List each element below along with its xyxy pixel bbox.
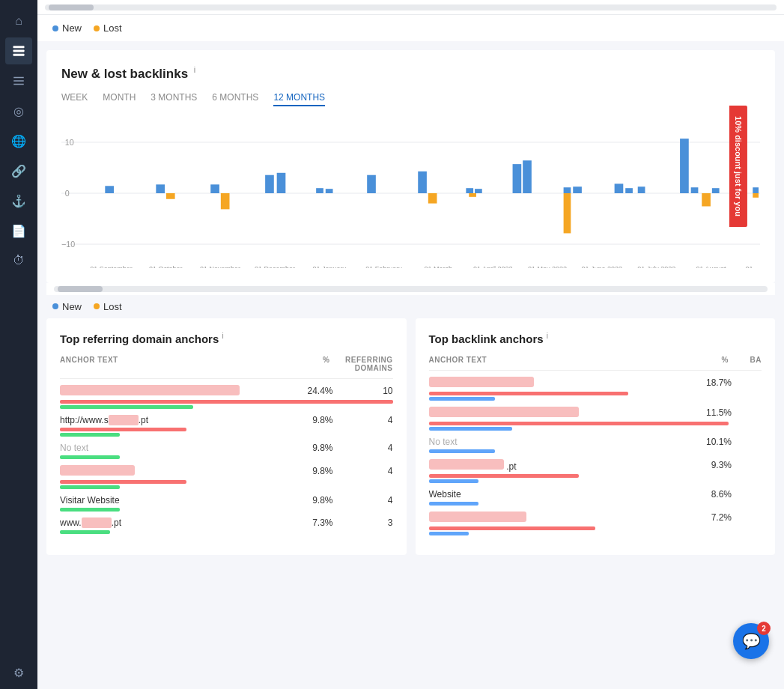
svg-rect-30 <box>573 186 582 193</box>
x-label-nov: 01 November2021 <box>193 265 248 268</box>
domain-value: 4 <box>333 415 393 425</box>
bar-blue-container <box>429 427 762 431</box>
bottom-scrollbar-thumb[interactable] <box>58 286 103 292</box>
row-data: www..pt 7.3% 3 <box>60 517 393 528</box>
bar-green-container <box>60 433 393 437</box>
bar-blue <box>429 479 479 483</box>
bar-green <box>60 433 120 437</box>
x-label-may: 01 May 2022 <box>520 265 575 268</box>
right-panel-title: Top backlink anchors i <box>429 332 762 345</box>
svg-rect-26 <box>469 193 476 197</box>
sidebar-target[interactable]: ◎ <box>5 97 32 124</box>
chat-badge: 2 <box>757 622 771 635</box>
sidebar: ⌂ ◎ 🌐 🔗 ⚓ 📄 ⏱ ⚙ <box>0 0 37 689</box>
sidebar-link[interactable]: 🔗 <box>5 157 32 184</box>
x-label-mar: 01 March2022 <box>411 265 466 268</box>
chat-button[interactable]: 💬 2 <box>733 623 769 659</box>
table-row: Website 8.6% <box>429 489 762 506</box>
anchor-text: http://www.s.pt <box>60 415 288 425</box>
pct-value: 18.7% <box>687 377 732 388</box>
second-legend-lost: Lost <box>94 301 122 312</box>
pct-value: 8.6% <box>687 489 732 500</box>
x-label-sep: 01 September2021 <box>84 265 139 268</box>
bar-blue-container <box>429 397 762 401</box>
tab-month[interactable]: MONTH <box>103 92 136 106</box>
x-label-jan: 01 January2022 <box>302 265 356 268</box>
bar-blue-container <box>429 479 762 483</box>
bar-container <box>60 455 393 459</box>
left-panel: Top referring domain anchors i ANCHOR TE… <box>46 318 407 555</box>
row-data: Visitar Website 9.8% 4 <box>60 495 393 506</box>
pct-value: 7.3% <box>288 517 333 528</box>
table-row: .pt 9.3% <box>429 459 762 483</box>
bar-blue <box>429 427 512 431</box>
svg-text:0: 0 <box>65 189 70 198</box>
pct-value: 11.5% <box>687 407 732 418</box>
anchor-text-notext: No text <box>60 443 288 453</box>
pct-value: 9.3% <box>687 460 732 470</box>
chart-title: New & lost backlinks i <box>61 65 760 82</box>
sidebar-globe[interactable]: 🌐 <box>5 127 32 154</box>
tab-6months[interactable]: 6 MONTHS <box>212 92 258 106</box>
scrollbar-track[interactable] <box>45 4 777 10</box>
bar-red <box>60 428 186 431</box>
domain-value: 3 <box>333 517 393 528</box>
pct-value: 24.4% <box>288 386 333 396</box>
x-label-jul: 01 July 2022 <box>629 265 684 268</box>
svg-text:10: 10 <box>65 138 74 147</box>
svg-rect-39 <box>753 187 759 193</box>
svg-rect-14 <box>166 193 175 199</box>
tab-12months[interactable]: 12 MONTHS <box>273 92 325 106</box>
x-label-jun: 01 June 2022 <box>574 265 629 268</box>
anchor-blurred <box>429 512 526 522</box>
sidebar-clock[interactable]: ⏱ <box>5 247 32 274</box>
bottom-scrollbar-track[interactable] <box>54 286 768 292</box>
pct-value: 7.2% <box>687 512 732 523</box>
bar-red <box>429 422 729 425</box>
bar-container <box>429 449 762 453</box>
svg-rect-16 <box>221 193 230 209</box>
bar-container <box>429 526 762 530</box>
second-new-dot <box>52 303 58 309</box>
sidebar-menu[interactable] <box>5 67 32 94</box>
svg-rect-2 <box>13 54 25 56</box>
pct-value: 9.8% <box>288 495 333 506</box>
right-panel: Top backlink anchors i ANCHOR TEXT % BA <box>416 318 776 555</box>
pct-value: 9.8% <box>288 415 333 425</box>
content-area: New Lost New & lost backlinks i WEEK MON… <box>37 15 784 689</box>
anchor-text-visitar: Visitar Website <box>60 495 288 506</box>
bar-container <box>60 428 393 431</box>
svg-rect-33 <box>625 188 633 193</box>
x-label-dec: 01 December2021 <box>247 265 302 268</box>
sidebar-home[interactable]: ⌂ <box>5 7 32 34</box>
domain-value: 4 <box>333 443 393 453</box>
second-lost-dot <box>94 303 100 309</box>
anchor-text-www: www..pt <box>60 517 288 528</box>
svg-rect-38 <box>712 188 720 193</box>
row-data: No text 10.1% <box>429 437 762 447</box>
tab-week[interactable]: WEEK <box>61 92 88 106</box>
sidebar-layers[interactable] <box>5 37 32 64</box>
table-row: 7.2% <box>429 512 762 535</box>
sidebar-anchor[interactable]: ⚓ <box>5 187 32 214</box>
sidebar-doc[interactable]: 📄 <box>5 217 32 244</box>
table-row: No text 10.1% <box>429 437 762 453</box>
two-col-section: Top referring domain anchors i ANCHOR TE… <box>37 318 784 564</box>
top-scrollbar[interactable] <box>37 0 784 15</box>
anchor-blurred <box>60 385 240 395</box>
period-tabs: WEEK MONTH 3 MONTHS 6 MONTHS 12 MONTHS <box>61 92 760 106</box>
svg-rect-5 <box>13 84 24 85</box>
scrollbar-thumb[interactable] <box>49 4 94 10</box>
new-dot <box>52 25 58 31</box>
sidebar-settings[interactable]: ⚙ <box>5 659 32 686</box>
anchor-blurred <box>60 465 135 476</box>
bottom-scrollbar[interactable] <box>46 283 775 295</box>
bar-container <box>60 480 393 484</box>
svg-rect-4 <box>13 80 24 82</box>
tab-3months[interactable]: 3 MONTHS <box>151 92 197 106</box>
discount-banner[interactable]: 10% discount just for you <box>729 106 747 227</box>
svg-rect-1 <box>13 50 25 52</box>
svg-rect-18 <box>277 172 286 192</box>
legend-lost: Lost <box>94 22 122 34</box>
lost-dot <box>94 25 100 31</box>
